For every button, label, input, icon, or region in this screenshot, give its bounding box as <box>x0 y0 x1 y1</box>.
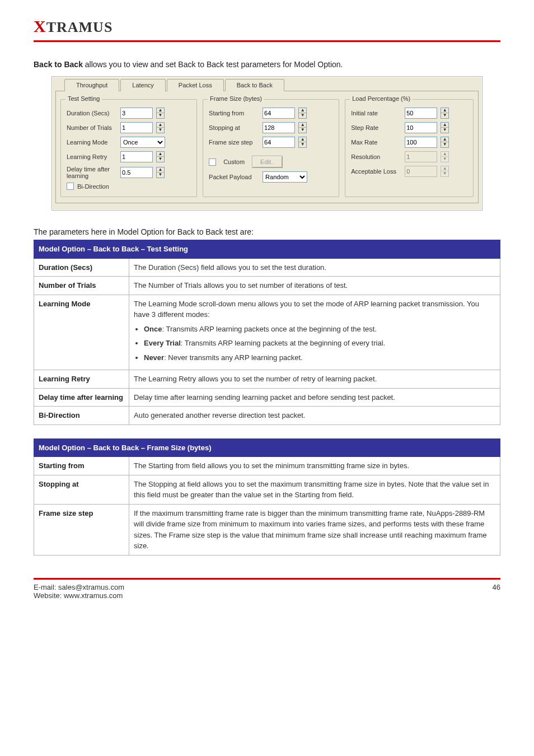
lstep-spinner[interactable]: ▲▼ <box>441 122 449 133</box>
learning-mode-select[interactable]: Once <box>120 137 165 148</box>
header-rule <box>34 40 500 42</box>
duration-spinner[interactable]: ▲▼ <box>156 108 165 119</box>
table-row: Frame size step If the maximum transmitt… <box>34 504 500 555</box>
init-spinner[interactable]: ▲▼ <box>441 108 449 119</box>
payload-label: Packet Payload <box>209 174 259 180</box>
group-load-percentage: Load Percentage (%) Initial rate ▲▼ Step… <box>345 99 474 197</box>
bidir-label: Bi-Direction <box>77 183 109 190</box>
brand-logo: XTRAMUS <box>34 17 500 36</box>
delay-spinner[interactable]: ▲▼ <box>156 167 165 178</box>
from-input[interactable] <box>263 108 295 119</box>
loss-spinner: ▲▼ <box>441 166 449 177</box>
fstep-input[interactable] <box>263 137 295 148</box>
mode-label: Learning Mode <box>67 139 117 146</box>
max-spinner[interactable]: ▲▼ <box>441 137 449 148</box>
to-input[interactable] <box>263 122 295 133</box>
duration-input[interactable] <box>120 108 153 119</box>
group-title: Test Setting <box>65 95 102 102</box>
table-row: Stopping at The Stopping at field allows… <box>34 475 500 504</box>
table-row: Starting from The Starting from field al… <box>34 457 500 475</box>
retry-input[interactable] <box>120 151 153 162</box>
retry-label: Learning Retry <box>67 153 117 160</box>
from-spinner[interactable]: ▲▼ <box>298 108 307 119</box>
table-row: Number of Trials The Number of Trials al… <box>34 277 500 295</box>
loss-label: Acceptable Loss <box>351 168 401 175</box>
fstep-spinner[interactable]: ▲▼ <box>298 137 307 148</box>
lstep-label: Step Rate <box>351 124 401 131</box>
table-test-setting: Model Option – Back to Back – Test Setti… <box>34 240 500 425</box>
init-input[interactable] <box>405 108 437 119</box>
table-row: Learning Mode The Learning Mode scroll-d… <box>34 295 500 370</box>
group-test-setting: Test Setting Duration (Secs) ▲▼ Number o… <box>60 99 197 197</box>
delay-input[interactable] <box>120 167 153 178</box>
tab-back-to-back[interactable]: Back to Back <box>225 79 284 91</box>
res-input <box>405 151 437 162</box>
tables-intro: The parameters here in Model Option for … <box>34 227 500 236</box>
delay-label: Delay time after learning <box>67 166 117 179</box>
table-row: Duration (Secs) The Duration (Secs) fiel… <box>34 258 500 277</box>
retry-spinner[interactable]: ▲▼ <box>156 151 165 162</box>
trials-spinner[interactable]: ▲▼ <box>156 122 165 133</box>
to-label: Stopping at <box>209 124 259 131</box>
table-row: Delay time after learning Delay time aft… <box>34 388 500 407</box>
page-footer: E-mail: sales@xtramus.com Website: www.x… <box>34 583 500 600</box>
max-label: Max Rate <box>351 139 401 146</box>
group-title: Frame Size (bytes) <box>208 95 264 102</box>
res-spinner: ▲▼ <box>441 151 449 162</box>
footer-rule <box>34 578 500 580</box>
tab-throughput[interactable]: Throughput <box>64 79 119 91</box>
loss-input <box>405 166 437 177</box>
group-title: Load Percentage (%) <box>350 95 413 102</box>
intro-text: Back to Back allows you to view and set … <box>34 59 500 71</box>
res-label: Resolution <box>351 153 401 160</box>
tab-latency[interactable]: Latency <box>120 79 166 91</box>
from-label: Starting from <box>209 110 259 116</box>
edit-button[interactable]: Edit.. <box>252 156 283 168</box>
trials-label: Number of Trials <box>67 124 117 131</box>
custom-label: Custom <box>219 158 249 165</box>
custom-checkbox[interactable] <box>209 158 216 166</box>
tab-packet-loss[interactable]: Packet Loss <box>167 79 224 91</box>
table-frame-size: Model Option – Back to Back – Frame Size… <box>34 438 500 556</box>
trials-input[interactable] <box>120 122 153 133</box>
table-row: Learning Retry The Learning Retry allows… <box>34 370 500 389</box>
fstep-label: Frame size step <box>209 139 259 146</box>
page-number: 46 <box>493 583 500 600</box>
lstep-input[interactable] <box>405 122 437 133</box>
max-input[interactable] <box>405 137 437 148</box>
bidir-checkbox[interactable] <box>67 183 74 190</box>
table-row: Bi-Direction Auto generated another reve… <box>34 407 500 425</box>
init-label: Initial rate <box>351 110 401 116</box>
group-frame-size: Frame Size (bytes) Starting from ▲▼ Stop… <box>203 99 339 197</box>
model-option-dialog: Throughput Latency Packet Loss Back to B… <box>51 76 483 211</box>
to-spinner[interactable]: ▲▼ <box>298 122 307 133</box>
duration-label: Duration (Secs) <box>67 110 117 116</box>
payload-select[interactable]: Random <box>263 171 307 183</box>
